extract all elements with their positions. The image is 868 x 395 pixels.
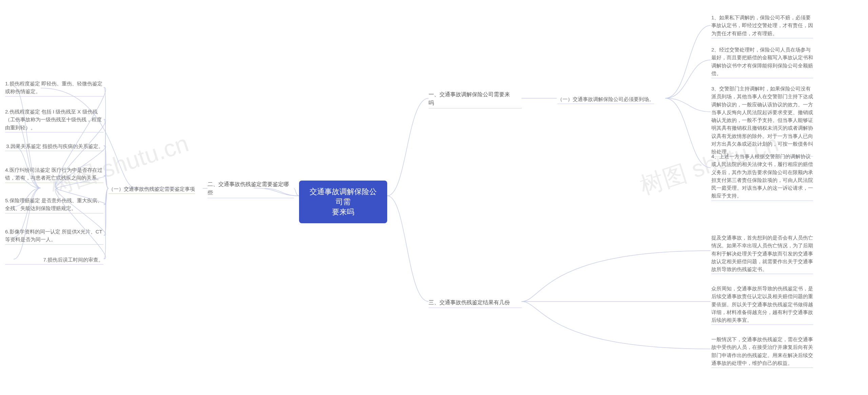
branch-2-leaf-2[interactable]: 2.伤残程度鉴定 包括 I 级伤残至 X 级伤残（工伤事故称为一级伤残至十级伤残… xyxy=(5,108,103,132)
root-node[interactable]: 交通事故调解保险公司需 要来吗 xyxy=(299,181,387,223)
branch-2-leaf-5[interactable]: 5.保险理赔鉴定 是否意外伤残、重大疾病、全残、失能达到保险理赔规定。 xyxy=(5,196,103,213)
branch-2-leaf-6[interactable]: 6.影像学资料的同一认定 所提供X光片、CT等资料是否为同一人。 xyxy=(5,228,103,245)
branch-3-leaf-1[interactable]: 提及交通事故，首先想到的是否会有人员伤亡情况。如果不幸出现人员伤亡情况，为了后期… xyxy=(711,234,813,274)
root-line2: 要来吗 xyxy=(307,207,380,217)
branch-1-leaf-2[interactable]: 2、经过交警处理时，保险公司人员在场参与最好，而且要把赔偿的金额写入事故认定书和… xyxy=(711,46,813,78)
branch-1-line1: 一、交通事故调解保险公司需要来 xyxy=(429,90,522,99)
branch-1-leaf-3[interactable]: 3、交警部门主持调解时，如果保险公司没有派员到场，其他当事人在交警部门主持下达成… xyxy=(711,85,813,157)
branch-2-leaf-3[interactable]: 3.因果关系鉴定 指损伤与疾病的关系鉴定。 xyxy=(5,142,103,151)
branch-2-leaf-1[interactable]: 1.损伤程度鉴定 即轻伤、重伤、轻微伤鉴定或称伤情鉴定。 xyxy=(5,80,103,97)
branch-1-line2: 吗 xyxy=(429,99,522,107)
branch-3-leaf-2[interactable]: 众所周知，交通事故所导致的伤残鉴定书，是后续交通事故责任认定以及相关赔偿问题的重… xyxy=(711,285,813,325)
branch-2-leaf-4[interactable]: 4.医疗纠纷司法鉴定 医疗行为中是否存在过错，若有，与患者死亡或残疾之间的关系。 xyxy=(5,166,103,183)
root-line1: 交通事故调解保险公司需 xyxy=(307,187,380,207)
branch-3[interactable]: 三、交通事故伤残鉴定结果有几份 xyxy=(429,298,522,308)
branch-1-leaf-4[interactable]: 4、上述一方当事人根据交警部门的调解协议或人民法院的相关法律文书，履行相应的赔偿… xyxy=(711,152,813,201)
branch-2[interactable]: 二、交通事故伤残鉴定需要鉴定哪 些 xyxy=(208,180,294,198)
branch-1-leaf-1[interactable]: 1、如果私下调解的，保险公司不赔，必须要事故认定书，即经过交警处理，才有责任，因… xyxy=(711,14,813,38)
branch-2-sub1[interactable]: （一）交通事故伤残鉴定需要鉴定事项 xyxy=(108,185,195,194)
branch-2-line2: 些 xyxy=(208,189,294,197)
branch-1-sub1[interactable]: （一）交通事故调解保险公司必须要到场。 xyxy=(557,95,654,104)
branch-2-leaf-7[interactable]: 7.损伤后误工时间的审查。 xyxy=(5,256,103,265)
branch-2-line1: 二、交通事故伤残鉴定需要鉴定哪 xyxy=(208,180,294,189)
branch-3-leaf-3[interactable]: 一般情况下，交通事故伤残鉴定，需在交通事故中受伤的人员，在接受治疗并康复后向有关… xyxy=(711,335,813,368)
branch-1[interactable]: 一、交通事故调解保险公司需要来 吗 xyxy=(429,90,522,108)
